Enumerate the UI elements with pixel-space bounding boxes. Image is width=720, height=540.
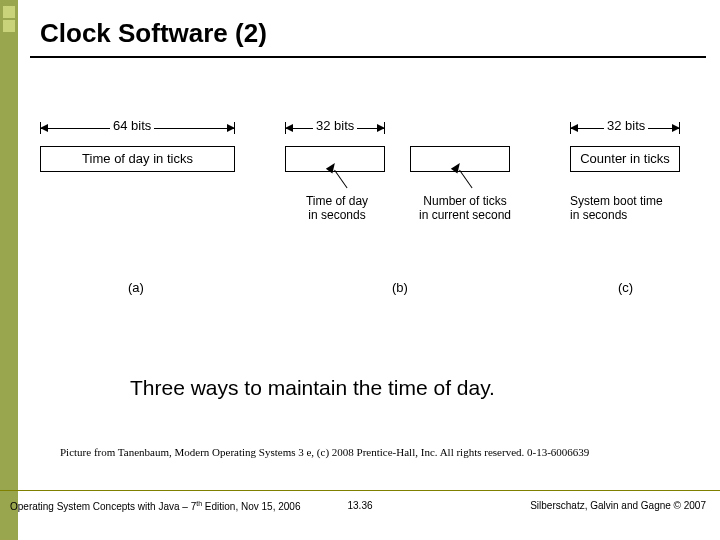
sub-b: (b)	[392, 280, 408, 295]
bits-label-a: 64 bits	[110, 118, 154, 133]
page-title: Clock Software (2)	[40, 18, 267, 49]
sub-a: (a)	[128, 280, 144, 295]
slide: Clock Software (2) 64 bits Time of day i…	[0, 0, 720, 540]
bits-label-c: 32 bits	[604, 118, 648, 133]
dimension-a: 64 bits	[40, 120, 235, 138]
citation: Picture from Tanenbaum, Modern Operating…	[60, 446, 589, 458]
box-c: Counter in ticks	[570, 146, 680, 172]
accent-square	[3, 20, 15, 32]
caption-b1: Time of day in seconds	[292, 194, 382, 223]
dimension-c: 32 bits	[570, 120, 680, 138]
dimension-b: 32 bits	[285, 120, 385, 138]
footer-right: Silberschatz, Galvin and Gagne © 2007	[530, 500, 706, 511]
figure: 64 bits Time of day in ticks (a) 32 bits…	[30, 120, 700, 320]
bits-label-b: 32 bits	[313, 118, 357, 133]
accent-square	[3, 6, 15, 18]
arrow-line	[334, 170, 347, 189]
sidebar-accent	[0, 0, 18, 540]
title-rule	[30, 56, 706, 58]
box-a: Time of day in ticks	[40, 146, 235, 172]
main-caption: Three ways to maintain the time of day.	[130, 376, 495, 400]
footer-rule	[0, 490, 720, 491]
caption-b2: Number of ticks in current second	[410, 194, 520, 223]
sub-c: (c)	[618, 280, 633, 295]
caption-c: System boot time in seconds	[570, 194, 690, 223]
arrow-line	[459, 170, 472, 189]
